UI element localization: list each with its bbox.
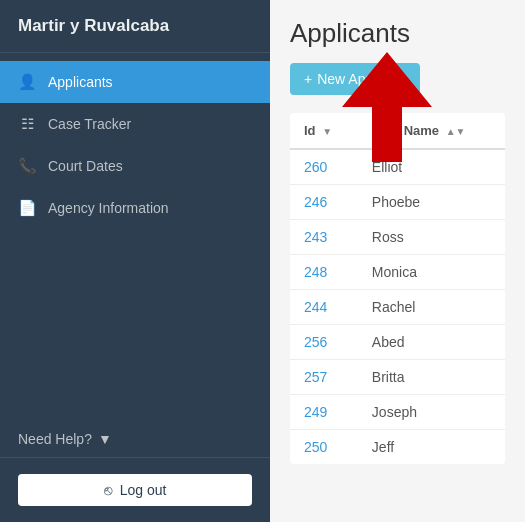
table-cell-id[interactable]: 250 [290, 430, 358, 465]
col-first-name[interactable]: First Name ▲▼ [358, 113, 505, 149]
table-row: 260Elliot [290, 149, 505, 185]
col-first-name-label: First Name [372, 123, 439, 138]
table-cell-id[interactable]: 260 [290, 149, 358, 185]
table-cell-first-name: Abed [358, 325, 505, 360]
table-row: 246Phoebe [290, 185, 505, 220]
chevron-down-icon: ▼ [98, 431, 112, 447]
plus-icon: + [304, 71, 312, 87]
sidebar-brand: Martir y Ruvalcaba [0, 0, 270, 53]
table-cell-first-name: Britta [358, 360, 505, 395]
table-row: 243Ross [290, 220, 505, 255]
grid-icon: ☷ [18, 115, 36, 133]
table-cell-first-name: Joseph [358, 395, 505, 430]
applicants-table: Id ▼ First Name ▲▼ 260Elliot246Phoebe243… [290, 113, 505, 464]
main-content: Applicants + New Applicant Id ▼ First Na… [270, 0, 525, 522]
table-body: 260Elliot246Phoebe243Ross248Monica244Rac… [290, 149, 505, 464]
table-cell-first-name: Ross [358, 220, 505, 255]
sidebar-item-case-tracker-label: Case Tracker [48, 116, 131, 132]
table-row: 250Jeff [290, 430, 505, 465]
sidebar: Martir y Ruvalcaba 👤 Applicants ☷ Case T… [0, 0, 270, 522]
sidebar-logout-area: ⎋ Log out [0, 457, 270, 522]
sidebar-help-label: Need Help? [18, 431, 92, 447]
sidebar-help[interactable]: Need Help? ▼ [0, 421, 270, 457]
table-cell-first-name: Rachel [358, 290, 505, 325]
applicants-table-container: Id ▼ First Name ▲▼ 260Elliot246Phoebe243… [290, 113, 505, 464]
sidebar-nav: 👤 Applicants ☷ Case Tracker 📞 Court Date… [0, 53, 270, 421]
table-cell-id[interactable]: 246 [290, 185, 358, 220]
table-row: 249Joseph [290, 395, 505, 430]
sidebar-item-court-dates-label: Court Dates [48, 158, 123, 174]
page-title: Applicants [290, 18, 505, 49]
table-cell-id[interactable]: 257 [290, 360, 358, 395]
table-cell-id[interactable]: 243 [290, 220, 358, 255]
sidebar-item-agency-information-label: Agency Information [48, 200, 169, 216]
logout-label: Log out [120, 482, 167, 498]
table-cell-id[interactable]: 249 [290, 395, 358, 430]
sidebar-item-agency-information[interactable]: 📄 Agency Information [0, 187, 270, 229]
table-row: 256Abed [290, 325, 505, 360]
sidebar-item-court-dates[interactable]: 📞 Court Dates [0, 145, 270, 187]
table-cell-id[interactable]: 248 [290, 255, 358, 290]
table-cell-first-name: Phoebe [358, 185, 505, 220]
sidebar-item-applicants[interactable]: 👤 Applicants [0, 61, 270, 103]
col-id[interactable]: Id ▼ [290, 113, 358, 149]
phone-icon: 📞 [18, 157, 36, 175]
new-applicant-label: New Applicant [317, 71, 406, 87]
table-header: Id ▼ First Name ▲▼ [290, 113, 505, 149]
table-cell-first-name: Jeff [358, 430, 505, 465]
logout-button[interactable]: ⎋ Log out [18, 474, 252, 506]
new-applicant-button[interactable]: + New Applicant [290, 63, 420, 95]
doc-icon: 📄 [18, 199, 36, 217]
table-row: 248Monica [290, 255, 505, 290]
table-cell-id[interactable]: 244 [290, 290, 358, 325]
sort-icon-first-name: ▲▼ [446, 126, 466, 137]
col-id-label: Id [304, 123, 316, 138]
logout-icon: ⎋ [104, 482, 112, 498]
table-cell-first-name: Elliot [358, 149, 505, 185]
table-row: 244Rachel [290, 290, 505, 325]
sort-icon-id: ▼ [322, 126, 332, 137]
sidebar-item-case-tracker[interactable]: ☷ Case Tracker [0, 103, 270, 145]
table-cell-id[interactable]: 256 [290, 325, 358, 360]
person-icon: 👤 [18, 73, 36, 91]
table-cell-first-name: Monica [358, 255, 505, 290]
sidebar-item-applicants-label: Applicants [48, 74, 113, 90]
table-row: 257Britta [290, 360, 505, 395]
